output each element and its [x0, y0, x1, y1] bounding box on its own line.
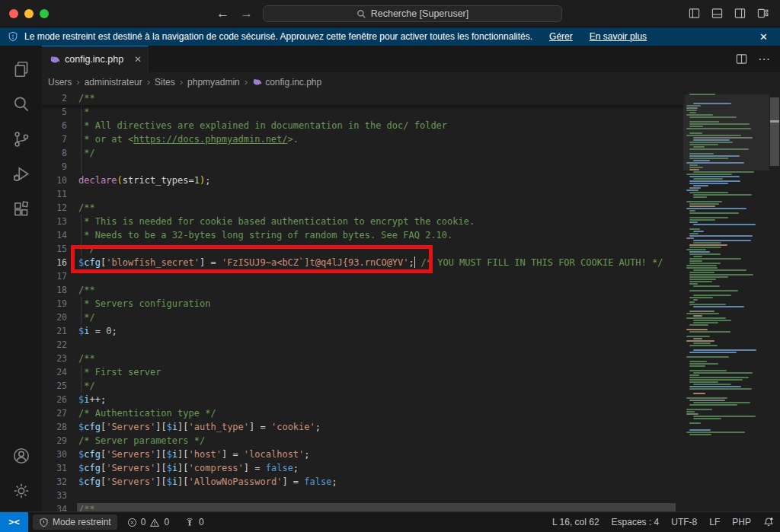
- radio-tower-icon: [184, 517, 195, 527]
- vertical-scrollbar[interactable]: [769, 91, 780, 511]
- indentation-status[interactable]: Espaces : 4: [606, 512, 666, 532]
- learn-more-link[interactable]: En savoir plus: [590, 31, 647, 42]
- code-line-8[interactable]: 8 */: [42, 146, 683, 160]
- code-line-10[interactable]: 10declare(strict_types=1);: [42, 174, 683, 187]
- php-file-icon: [252, 77, 262, 87]
- split-editor-icon[interactable]: [736, 53, 747, 65]
- tab-close-icon[interactable]: ✕: [134, 54, 142, 65]
- code-line-33[interactable]: 33: [42, 489, 683, 502]
- notifications-status[interactable]: [757, 512, 780, 532]
- navigate-back-icon[interactable]: ←: [216, 6, 229, 21]
- cursor-position-label: L 16, col 62: [552, 517, 599, 527]
- line-number: 23: [42, 352, 78, 365]
- code-line-32[interactable]: 32$cfg['Servers'][$i]['AllowNoPassword']…: [42, 475, 683, 489]
- command-center-search[interactable]: Recherche [Superuser]: [263, 5, 562, 22]
- code-line-6[interactable]: 6 * All directives are explained in docu…: [42, 119, 683, 132]
- extensions-icon[interactable]: [3, 192, 40, 227]
- breadcrumb-item[interactable]: Sites: [155, 77, 175, 88]
- code-line-26[interactable]: 26$i++;: [42, 393, 683, 406]
- source-control-icon[interactable]: [3, 122, 40, 157]
- line-number: 33: [42, 489, 78, 502]
- line-content: */: [78, 379, 95, 393]
- line-number: 29: [42, 434, 78, 448]
- editor-more-actions-icon[interactable]: ⋯: [758, 52, 771, 66]
- breadcrumb-item[interactable]: config.inc.php: [252, 77, 321, 88]
- code-line-28[interactable]: 28$cfg['Servers'][$i]['auth_type'] = 'co…: [42, 420, 683, 434]
- account-icon[interactable]: [3, 438, 40, 473]
- code-line-18[interactable]: 18/**: [42, 283, 683, 297]
- restricted-mode-status[interactable]: Mode restreint: [33, 514, 117, 530]
- code-line-11[interactable]: 11: [42, 187, 683, 201]
- code-line-14[interactable]: 14 * Needs to be a 32-bytes long string …: [42, 228, 683, 242]
- code-line-15[interactable]: 15 */: [42, 242, 683, 256]
- cursor-position-status[interactable]: L 16, col 62: [546, 512, 606, 532]
- minimap-viewport-slider[interactable]: [683, 94, 769, 170]
- run-debug-icon[interactable]: [3, 157, 40, 192]
- code-line-31[interactable]: 31$cfg['Servers'][$i]['compress'] = fals…: [42, 461, 683, 475]
- toggle-secondary-sidebar-icon[interactable]: [734, 8, 746, 19]
- code-line-20[interactable]: 20 */: [42, 311, 683, 324]
- code-line-5[interactable]: 5 *: [42, 105, 683, 119]
- breadcrumb-item[interactable]: administrateur: [85, 77, 142, 88]
- search-sidebar-icon[interactable]: [3, 87, 40, 122]
- horizontal-scrollbar[interactable]: [77, 503, 676, 511]
- line-content: */: [78, 146, 95, 160]
- minimize-window-button[interactable]: [24, 9, 34, 18]
- line-content: declare(strict_types=1);: [78, 174, 210, 187]
- line-content: */: [78, 242, 95, 256]
- encoding-status[interactable]: UTF-8: [665, 512, 703, 532]
- settings-gear-icon[interactable]: [3, 473, 40, 508]
- code-line-13[interactable]: 13 * This is needed for cookie based aut…: [42, 215, 683, 228]
- code-line-9[interactable]: 9: [42, 160, 683, 174]
- code-line-25[interactable]: 25 */: [42, 379, 683, 393]
- workspace-trust-shield-icon: [8, 31, 18, 42]
- code-line-19[interactable]: 19 * Servers configuration: [42, 297, 683, 311]
- breadcrumb-item[interactable]: Users: [48, 77, 72, 88]
- tab-config-inc-php[interactable]: config.inc.php ✕: [42, 46, 149, 72]
- language-mode-status[interactable]: PHP: [726, 512, 757, 532]
- navigate-forward-icon[interactable]: →: [240, 6, 253, 21]
- code-editor[interactable]: 2/** 5 *6 * All directives are explained…: [42, 91, 780, 511]
- code-line-23[interactable]: 23/**: [42, 352, 683, 365]
- code-line-24[interactable]: 24 * First server: [42, 365, 683, 379]
- line-number: 13: [42, 215, 78, 228]
- sticky-scroll-line[interactable]: 2/**: [42, 91, 683, 105]
- code-line-7[interactable]: 7 * or at <https://docs.phpmyadmin.net/>…: [42, 132, 683, 146]
- remote-indicator[interactable]: ><: [0, 512, 28, 532]
- code-line-27[interactable]: 27/* Authentication type */: [42, 406, 683, 420]
- line-content: $cfg['Servers'][$i]['compress'] = false;: [78, 461, 299, 475]
- main-area: config.inc.php ✕ ⋯ Users›administrateur›…: [0, 46, 780, 511]
- code-line-17[interactable]: 17: [42, 269, 683, 283]
- customize-layout-icon[interactable]: [756, 8, 769, 19]
- manage-link[interactable]: Gérer: [549, 31, 573, 42]
- eol-label: LF: [709, 517, 720, 527]
- line-number: 2: [42, 91, 78, 105]
- eol-status[interactable]: LF: [703, 512, 726, 532]
- line-content: $cfg['Servers'][$i]['auth_type'] = 'cook…: [78, 420, 321, 434]
- status-bar: >< Mode restreint 0 0 0: [0, 511, 780, 532]
- breadcrumb-item[interactable]: phpmyadmin: [187, 77, 240, 88]
- problems-status[interactable]: 0 0: [122, 512, 174, 532]
- code-line-30[interactable]: 30$cfg['Servers'][$i]['host'] = 'localho…: [42, 448, 683, 461]
- close-window-button[interactable]: [9, 9, 18, 18]
- code-line-16[interactable]: 16$cfg['blowfish_secret'] = 'FzISUJ9~a<b…: [42, 256, 683, 269]
- code-line-12[interactable]: 12/**: [42, 201, 683, 215]
- line-number: 30: [42, 448, 78, 461]
- code-line-21[interactable]: 21$i = 0;: [42, 324, 683, 338]
- code-line-22[interactable]: 22: [42, 338, 683, 352]
- line-number: 19: [42, 297, 78, 311]
- banner-close-icon[interactable]: ✕: [759, 31, 768, 43]
- line-content: * This is needed for cookie based authen…: [78, 215, 475, 228]
- line-number: 31: [42, 461, 78, 475]
- vertical-scrollbar-slider[interactable]: [770, 97, 779, 166]
- code-line-29[interactable]: 29/* Server parameters */: [42, 434, 683, 448]
- toggle-panel-icon[interactable]: [711, 8, 724, 19]
- line-number: 10: [42, 174, 78, 187]
- code-line-2[interactable]: 2/**: [42, 91, 683, 105]
- maximize-window-button[interactable]: [40, 9, 49, 18]
- toggle-primary-sidebar-icon[interactable]: [688, 8, 701, 19]
- window-controls: [9, 9, 49, 18]
- explorer-icon[interactable]: [3, 52, 40, 87]
- ports-count: 0: [199, 517, 204, 527]
- ports-status[interactable]: 0: [179, 512, 209, 532]
